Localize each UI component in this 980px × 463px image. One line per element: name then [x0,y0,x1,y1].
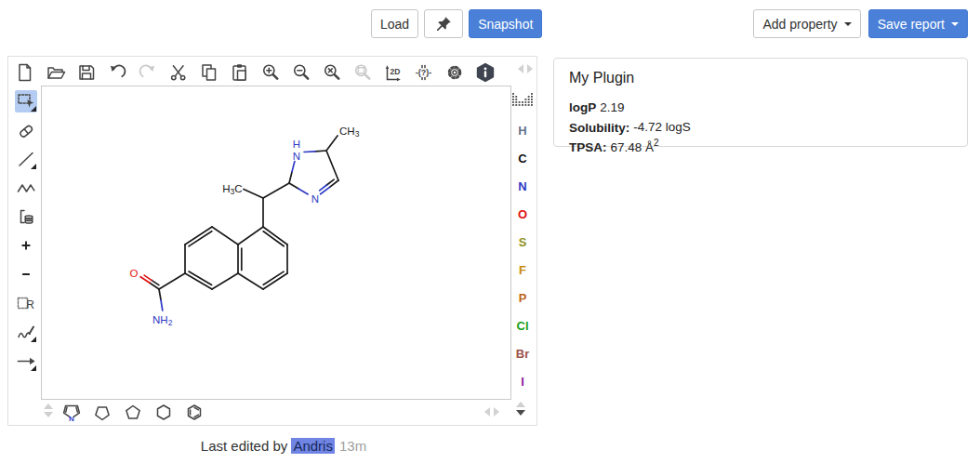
element-button-cl[interactable]: Cl [509,311,536,339]
scroll-right-icon[interactable] [527,64,533,73]
property-superscript: 2 [654,138,659,148]
property-value: 2.19 [600,100,624,114]
eraser-tool[interactable] [15,119,37,141]
settings-button[interactable] [444,61,466,84]
rectangle-selection-tool[interactable] [15,90,37,112]
svg-text:2D: 2D [390,67,400,76]
eraser-icon [16,120,36,140]
open-button[interactable] [45,61,67,84]
new-document-icon [15,62,35,83]
structure-check-button[interactable]: -(?)- [413,61,435,84]
clean-2d-button[interactable]: 2D [382,61,404,84]
atom-label-ring-nh: N [293,151,300,162]
arrow-right-icon [16,351,36,371]
template-pyrrole[interactable]: N [60,401,83,423]
element-button-c[interactable]: C [509,144,536,172]
abbreviated-group-icon [16,206,36,227]
info-button[interactable] [474,61,497,84]
single-bond-tool[interactable] [15,148,37,170]
element-button-br[interactable]: Br [509,339,536,367]
scroll-up-icon[interactable] [516,402,525,407]
scroll-up-icon[interactable] [44,403,53,409]
redo-button[interactable] [137,61,159,84]
element-button-i[interactable]: I [509,367,536,395]
molecule-drawing: H N N CH3 H3C O NH2 [42,86,510,399]
zoom-reset-icon [322,62,342,83]
pyrrole-ring-icon: N [60,401,83,423]
clean-2d-icon: 2D [383,62,404,83]
new-document-button[interactable] [14,61,36,84]
atom-label-oxygen: O [130,268,139,279]
template-toolbar: N [8,399,538,426]
save-floppy-icon [76,62,97,83]
reaction-arrow-tool[interactable] [15,350,37,372]
plugin-title: My Plugin [569,70,952,86]
editor-top-toolbar: 2D -(?)- [14,60,497,86]
r-group-tool[interactable]: R [15,292,37,314]
benzene-icon [183,401,205,423]
zoom-region-button[interactable] [351,61,374,84]
structure-check-icon: -(?)- [413,62,435,83]
drawing-canvas[interactable]: H N N CH3 H3C O NH2 [41,86,511,400]
property-value: 67.48 Å [611,140,655,154]
abbreviated-groups-tool[interactable] [15,205,37,228]
atom-label-ring-n: N [311,193,319,205]
periodic-table-button[interactable] [511,90,534,109]
template-benzene[interactable] [183,401,205,423]
chevron-down-icon [844,22,852,26]
zoom-reset-button[interactable] [321,61,343,84]
chain-tool[interactable] [15,177,37,199]
element-button-h[interactable]: H [509,116,536,144]
bond-icon [16,149,36,169]
zoom-out-icon [291,62,311,83]
zoom-in-button[interactable] [259,61,282,84]
element-button-s[interactable]: S [509,228,536,256]
snapshot-button[interactable]: Snapshot [469,9,542,38]
undo-button[interactable] [106,61,128,84]
add-property-button[interactable]: Add property [753,9,860,38]
copy-button[interactable] [198,61,220,84]
zoom-out-button[interactable] [290,61,312,84]
pin-button[interactable] [424,9,463,38]
cut-button[interactable] [167,61,190,84]
cyclopentane-flat-top-icon [91,401,113,423]
header-right-buttons: Add property Save report [753,9,968,38]
cyclopentane-icon [122,401,144,423]
scroll-down-icon[interactable] [516,410,525,416]
element-button-f[interactable]: F [509,256,536,284]
undo-icon [107,62,127,83]
scroll-right-icon[interactable] [494,407,499,417]
svg-text:-(?)-: -(?)- [416,68,432,77]
save-report-button[interactable]: Save report [868,9,968,38]
gear-icon [444,62,465,83]
template-cyclopentane-flat-top[interactable] [91,401,113,423]
element-button-n[interactable]: N [509,172,536,200]
toolbar-scroll-arrows [518,64,533,73]
property-solubility: Solubility:-4.72 logS [569,115,952,136]
paste-button[interactable] [229,61,251,84]
canvas-scroll-spinner [516,402,525,416]
graphics-pen-tool[interactable] [15,321,37,343]
svg-text:N: N [69,415,74,423]
pin-icon [434,15,453,33]
template-cyclohexane[interactable] [152,401,175,423]
scroll-left-icon[interactable] [484,407,490,417]
zoom-region-icon [352,62,373,83]
element-button-o[interactable]: O [509,200,536,228]
save-report-label: Save report [878,17,945,32]
scroll-down-icon[interactable] [44,412,53,417]
atom-label-methyl: CH3 [339,126,360,139]
copy-icon [199,62,219,83]
scroll-left-icon[interactable] [518,64,523,73]
increase-charge-tool[interactable] [15,234,37,257]
periodic-table-icon [511,92,534,107]
load-button[interactable]: Load [371,9,418,38]
canvas-scroll-arrows [484,407,499,417]
element-button-p[interactable]: P [509,284,536,311]
decrease-charge-tool[interactable] [15,263,37,285]
save-button[interactable] [75,61,98,84]
chevron-down-icon [951,22,959,26]
atom-label-nh-hydrogen: H [293,139,300,150]
ring-templates: N [60,401,205,423]
template-cyclopentane[interactable] [122,401,144,423]
